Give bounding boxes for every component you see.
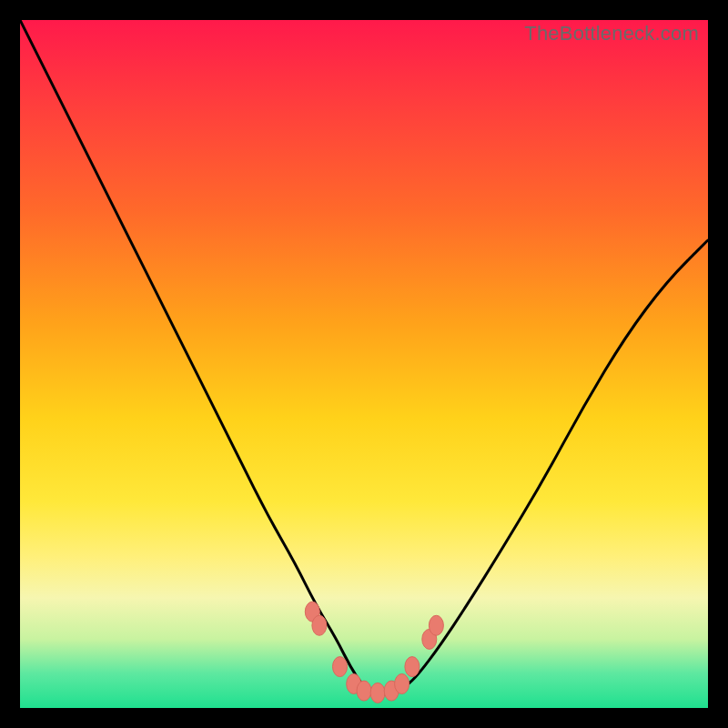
- curve-marker: [333, 657, 348, 677]
- curve-marker: [357, 681, 371, 701]
- bottleneck-curve: [20, 20, 708, 694]
- curve-marker: [312, 615, 327, 635]
- chart-svg: [20, 20, 708, 708]
- curve-marker: [370, 682, 385, 703]
- curve-marker: [395, 674, 410, 694]
- curve-marker: [405, 657, 420, 677]
- curve-markers: [305, 602, 443, 703]
- plot-area: TheBottleneck.com: [20, 20, 708, 708]
- curve-marker: [429, 615, 443, 635]
- chart-frame: TheBottleneck.com: [0, 0, 728, 728]
